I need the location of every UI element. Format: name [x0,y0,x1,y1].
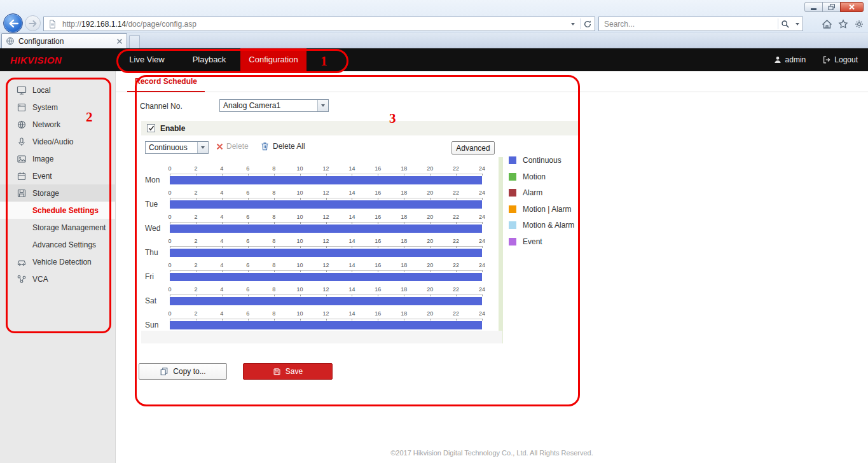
close-button[interactable] [840,2,864,12]
system-icon [17,102,27,113]
page-icon [48,19,57,29]
tick-label: 6 [246,214,249,220]
tick-label: 14 [348,214,355,220]
schedule-track[interactable] [170,321,482,329]
schedule-track[interactable] [170,249,482,257]
maximize-button[interactable] [822,2,841,12]
vca-icon [17,274,27,284]
tab-close-button[interactable] [116,38,123,45]
schedule-bar[interactable] [170,249,482,257]
new-tab-button[interactable] [129,35,140,48]
tick-label: 24 [479,165,485,172]
sidebar: Local System Network Video/Audio Image E… [0,71,116,463]
address-bar[interactable]: http://192.168.1.14/doc/page/config.asp [43,17,595,31]
sidebar-item-storage-management[interactable]: Storage Management [0,219,115,236]
record-schedule-tab[interactable]: Record Schedule [127,71,205,92]
tick-mark [404,294,404,296]
delete-button[interactable]: Delete [216,142,249,151]
tick-label: 14 [348,190,355,196]
copy-to-button[interactable]: Copy to... [139,363,227,380]
tick-mark [430,222,431,224]
schedule-bar[interactable] [170,176,482,184]
search-box[interactable] [598,17,803,31]
app-header: HIKVISION Live View Playback Configurati… [0,48,868,71]
tick-mark [378,270,378,272]
search-button[interactable] [778,17,792,31]
sidebar-item-event[interactable]: Event [0,167,115,184]
footer-text: ©2017 Hikvision Digital Technology Co., … [116,449,868,457]
forward-button[interactable] [25,15,41,31]
nav-tab-playback[interactable]: Playback [178,48,240,71]
tools-button[interactable] [853,18,864,29]
tick-label: 0 [168,262,171,268]
url-path: /doc/page/config.asp [126,20,196,29]
sidebar-item-image[interactable]: Image [0,150,115,167]
sidebar-item-schedule-settings[interactable]: Schedule Settings [0,202,115,219]
schedule-track[interactable] [170,225,482,233]
channel-select[interactable]: Analog Camera1 [219,99,329,112]
time-scale: 024681012141618202224 [170,214,482,223]
sidebar-item-video-audio[interactable]: Video/Audio [0,133,115,150]
logout-button[interactable]: Logout [834,55,858,64]
advanced-button[interactable]: Advanced [451,141,495,155]
record-type-select[interactable]: Continuous [145,141,209,154]
tick-label: 22 [453,214,459,220]
tick-mark [300,198,301,200]
search-input[interactable] [599,20,778,29]
delete-all-button[interactable]: Delete All [261,142,305,151]
tick-mark [430,198,431,200]
schedule-track[interactable] [170,176,482,184]
select-dropdown-button[interactable] [317,100,328,111]
tick-mark [222,319,223,321]
time-scale: 024681012141618202224 [170,165,482,174]
username[interactable]: admin [785,55,806,64]
schedule-track[interactable] [170,297,482,305]
favorites-button[interactable] [837,18,848,29]
schedule-day-row: Mon024681012141618202224 [141,164,507,188]
sidebar-item-network[interactable]: Network [0,116,115,133]
tick-label: 10 [297,310,303,317]
sidebar-item-vehicle-detection[interactable]: Vehicle Detection [0,253,115,270]
sidebar-item-advanced-settings[interactable]: Advanced Settings [0,236,115,253]
trash-icon [261,142,269,151]
schedule-track[interactable] [170,200,482,209]
sidebar-item-system[interactable]: System [0,99,115,116]
minimize-button[interactable] [804,2,823,12]
tick-mark [430,319,431,321]
record-type-value: Continuous [146,143,197,152]
enable-checkbox[interactable] [147,124,155,132]
schedule-track[interactable] [170,273,482,281]
tick-mark [430,270,431,272]
tick-label: 16 [375,286,381,293]
back-button[interactable] [3,13,23,33]
schedule-bar[interactable] [170,225,482,233]
sidebar-item-vca[interactable]: VCA [0,270,115,287]
home-button[interactable] [822,18,832,29]
tick-mark [170,246,170,248]
tick-mark [248,246,249,248]
legend-swatch [509,205,516,213]
chevron-down-icon [571,23,575,25]
schedule-bar[interactable] [170,273,482,281]
browser-tab[interactable]: Configuration [1,33,127,48]
schedule-bar[interactable] [170,321,482,329]
sidebar-item-storage[interactable]: Storage [0,184,115,202]
sidebar-item-local[interactable]: Local [0,81,115,99]
select-dropdown-button[interactable] [197,142,208,153]
search-dropdown-button[interactable] [792,17,803,31]
save-button[interactable]: Save [243,363,333,380]
tick-mark [404,174,404,176]
day-label: Sun [145,321,158,329]
refresh-button[interactable] [581,17,595,31]
day-label: Fri [145,272,154,281]
nav-tab-live-view[interactable]: Live View [116,48,178,71]
chevron-down-icon [201,146,205,149]
tick-label: 0 [168,286,171,293]
sidebar-item-label: System [32,103,58,112]
save-label: Save [286,367,303,376]
schedule-bar[interactable] [170,297,482,305]
url-dropdown-button[interactable] [566,17,580,31]
nav-tab-configuration[interactable]: Configuration [240,48,307,71]
schedule-bar[interactable] [170,200,482,209]
tick-label: 18 [401,190,407,196]
